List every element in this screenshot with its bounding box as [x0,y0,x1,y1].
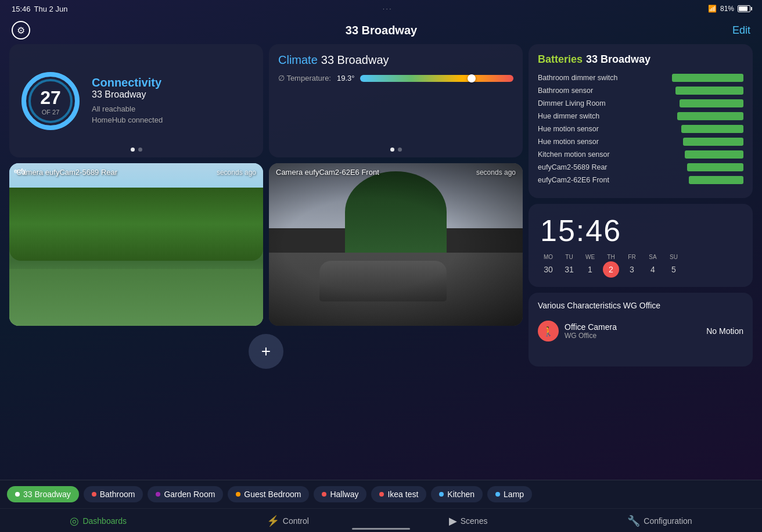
weekday-name: SU [670,254,678,260]
room-tab-label: Kitchen [447,490,475,499]
char-status: No Motion [706,326,743,336]
conn-status-1: All reachable [92,103,254,115]
nav-tab-configuration[interactable]: 🔧 Configuration [627,515,692,527]
room-tabs: 33 Broadway Bathroom Garden Room Guest B… [0,480,762,508]
conn-status-2: HomeHub connected [92,114,254,126]
camera-overlay: Camera eufyCam2-5689 Rear seconds ago [9,163,263,181]
battery-row: Hue motion sensor [538,125,743,133]
gear-icon: ⚙ [17,25,25,36]
battery-indicator [738,5,750,12]
climate-card: Climate 33 Broadway ∅ Temperature: 19.3° [269,44,523,157]
connectivity-title: Connectivity [92,76,254,89]
battery-level-bar [689,176,743,184]
camera-front-card[interactable]: Camera eufyCam2-62E6 Front seconds ago [269,163,523,326]
status-bar: 15:46 Thu 2 Jun ··· 📶 81% [0,0,762,17]
battery-row: Dimmer Living Room [538,99,743,107]
camera-front-time: seconds ago [476,168,516,177]
weekday-number: 4 [645,261,661,278]
nav-tab-scenes[interactable]: ▶ Scenes [449,515,488,527]
connectivity-location: 33 Broadway [92,89,254,100]
camera-front-bg [269,163,523,326]
battery-level-bar [685,150,743,159]
battery-name: Hue motion sensor [538,125,681,133]
char-info: Office Camera WG Office [565,322,700,340]
room-tab[interactable]: Kitchen [431,486,483,502]
garden-hedge [9,188,263,261]
nav-tab-label: Control [283,516,309,526]
status-dots: ··· [383,6,393,12]
garden-scene [9,163,263,326]
camera-front-label: Camera eufyCam2-62E6 Front [276,168,379,177]
battery-level-bar [675,87,743,95]
status-left: 15:46 Thu 2 Jun [12,5,67,13]
gauge-text: 27 OF 27 [40,87,61,115]
nav-tab-label: Configuration [644,516,692,526]
camera-front-overlay: Camera eufyCam2-62E6 Front seconds ago [269,163,523,181]
battery-row: Hue motion sensor [538,138,743,146]
card-indicators [131,148,142,152]
add-button[interactable]: + [249,334,283,369]
room-dot [379,492,384,497]
weekday-name: WE [585,254,595,260]
camera-rear-card[interactable]: eufy Camera eufyCam2-5689 Rear seconds a… [9,163,263,326]
weekday-item: WE 1 [582,254,598,278]
fisheye-overlay [269,163,523,326]
room-tab[interactable]: 33 Broadway [7,486,79,502]
connectivity-gauge: 27 OF 27 [19,69,82,133]
nav-icon: ▶ [449,515,457,527]
battery-row: Bathroom sensor [538,87,743,95]
battery-list: Bathroom dimmer switch Bathroom sensor D… [538,74,743,184]
char-name: Office Camera [565,322,700,332]
weekday-number: 3 [624,261,640,278]
char-title: Various Characteristics WG Office [538,301,743,310]
battery-name: eufyCam2-5689 Rear [538,163,687,171]
connectivity-card: 27 OF 27 Connectivity 33 Broadway All re… [9,44,263,157]
room-dot [322,492,326,497]
battery-level-bar [677,112,743,120]
nav-icon: ⚡ [267,515,279,527]
room-tab[interactable]: Ikea test [371,486,426,502]
room-tab[interactable]: Garden Room [148,486,223,502]
right-column: Batteries 33 Broadway Bathroom dimmer sw… [529,44,753,366]
temp-label: ∅ Temperature: [278,74,331,82]
nav-icon: ◎ [70,515,79,527]
temp-slider[interactable] [360,75,513,82]
battery-level-bar [680,99,744,107]
weekday-name: FR [628,254,635,260]
nav-tab-dashboards[interactable]: ◎ Dashboards [70,515,127,527]
characteristics-item: 🚶 Office Camera WG Office No Motion [538,316,743,346]
weekday-item: MO 30 [540,254,556,278]
status-right: 📶 81% [708,5,750,13]
camera-rear-bg [9,163,263,326]
edit-button[interactable]: Edit [732,24,750,37]
battery-row: Kitchen motion sensor [538,150,743,159]
weekday-name: MO [544,254,553,260]
char-sub: WG Office [565,332,700,340]
connectivity-info: Connectivity 33 Broadway All reachable H… [92,76,254,126]
nav-tab-label: Dashboards [82,516,127,526]
battery-name: Bathroom dimmer switch [538,74,672,82]
main-content: 27 OF 27 Connectivity 33 Broadway All re… [0,44,762,366]
room-tab[interactable]: Lamp [487,486,532,502]
room-tab[interactable]: Hallway [314,486,366,502]
room-tab[interactable]: Bathroom [84,486,143,502]
batteries-header: Batteries 33 Broadway [538,53,743,66]
weekday-item: TH 2 [603,254,619,278]
weekdays-row: MO 30 TU 31 WE 1 TH 2 FR 3 SA 4 SU 5 [540,254,741,278]
climate-location: 33 Broadway [321,53,389,67]
garden-ground [9,269,263,326]
scroll-indicator [352,528,410,530]
settings-button[interactable]: ⚙ [12,21,30,39]
room-dot [495,492,500,497]
climate-dot-1 [390,148,394,152]
weekday-item: SU 5 [666,254,682,278]
battery-name: Hue dimmer switch [538,112,677,120]
nav-tab-control[interactable]: ⚡ Control [267,515,309,527]
battery-row: Hue dimmer switch [538,112,743,120]
battery-fill [739,6,747,11]
room-tab[interactable]: Guest Bedroom [228,486,309,502]
room-dot [15,492,20,497]
room-dot [439,492,444,497]
weekday-name: TU [565,254,573,260]
battery-row: eufyCam2-62E6 Front [538,176,743,184]
